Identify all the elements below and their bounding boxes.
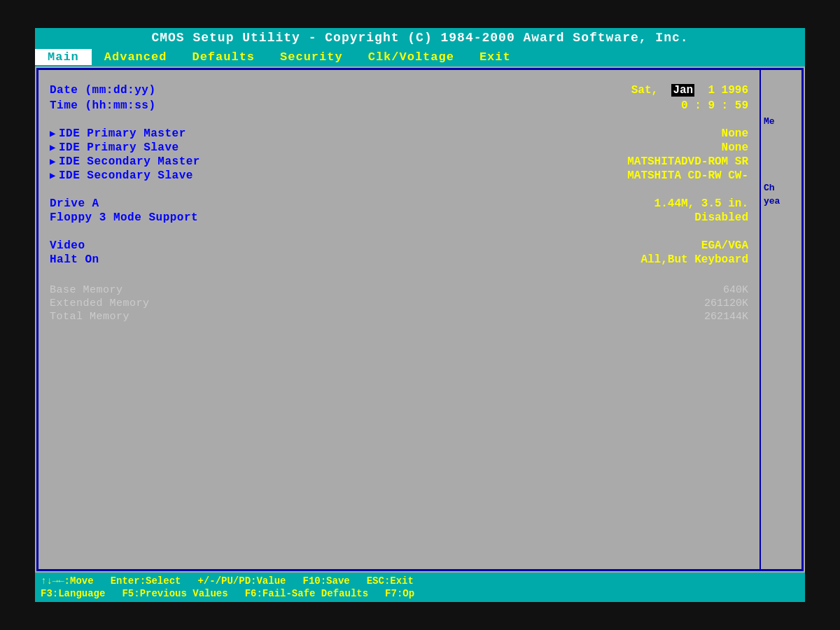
ide-primary-slave-label: ▶IDE Primary Slave bbox=[50, 141, 179, 154]
date-value: Sat, Jan 1 1996 bbox=[631, 84, 748, 97]
arrow-icon: ▶ bbox=[50, 156, 56, 167]
status-f10: F10:Save bbox=[302, 575, 349, 587]
floppy-3mode-value: Disabled bbox=[694, 211, 748, 224]
date-month-highlight: Jan bbox=[671, 84, 694, 97]
floppy-3mode-label: Floppy 3 Mode Support bbox=[50, 211, 198, 224]
status-f7: F7:Op bbox=[385, 588, 414, 599]
ide-secondary-master-value: MATSHITADVD-ROM SR bbox=[627, 155, 748, 168]
arrow-icon: ▶ bbox=[50, 170, 56, 181]
ide-secondary-master-label: ▶IDE Secondary Master bbox=[50, 155, 200, 168]
menu-item-clkvoltage[interactable]: Clk/Voltage bbox=[356, 49, 467, 65]
sidebar-text-yea: yea bbox=[764, 196, 799, 206]
base-memory-label: Base Memory bbox=[50, 284, 123, 296]
base-memory-value: 640K bbox=[723, 284, 748, 296]
left-panel: Date (mm:dd:yy) Sat, Jan 1 1996 Time (hh… bbox=[38, 70, 760, 569]
drive-a-row: Drive A 1.44M, 3.5 in. bbox=[50, 197, 748, 210]
status-move: ↑↓→←:Move bbox=[41, 575, 94, 587]
ide-secondary-slave-value: MATSHITA CD-RW CW- bbox=[627, 169, 748, 182]
video-label: Video bbox=[50, 239, 85, 252]
extended-memory-row: Extended Memory 261120K bbox=[50, 298, 748, 309]
drive-a-value: 1.44M, 3.5 in. bbox=[654, 197, 748, 210]
menu-bar: Main Advanced Defaults Security Clk/Volt… bbox=[35, 48, 805, 66]
arrow-icon: ▶ bbox=[50, 142, 56, 153]
status-f6: F6:Fail-Safe Defaults bbox=[245, 588, 368, 599]
drive-a-label: Drive A bbox=[50, 197, 99, 210]
ide-secondary-master-row: ▶IDE Secondary Master MATSHITADVD-ROM SR bbox=[50, 155, 748, 168]
halt-on-value: All,But Keyboard bbox=[640, 253, 748, 266]
status-bar: ↑↓→←:Move Enter:Select +/-/PU/PD:Value F… bbox=[35, 573, 805, 602]
sidebar-text-ch: Ch bbox=[764, 183, 799, 193]
ide-primary-master-label: ▶IDE Primary Master bbox=[50, 127, 186, 140]
date-label: Date (mm:dd:yy) bbox=[50, 84, 156, 97]
ide-primary-master-row: ▶IDE Primary Master None bbox=[50, 127, 748, 140]
video-value: EGA/VGA bbox=[701, 239, 748, 252]
total-memory-value: 262144K bbox=[704, 311, 748, 323]
status-line-1: ↑↓→←:Move Enter:Select +/-/PU/PD:Value F… bbox=[41, 575, 799, 587]
video-row: Video EGA/VGA bbox=[50, 239, 748, 252]
total-memory-label: Total Memory bbox=[50, 311, 130, 323]
title-text: CMOS Setup Utility - Copyright (C) 1984-… bbox=[151, 31, 688, 45]
status-line-2: F3:Language F5:Previous Values F6:Fail-S… bbox=[41, 588, 799, 599]
date-row: Date (mm:dd:yy) Sat, Jan 1 1996 bbox=[50, 84, 748, 97]
main-content: Date (mm:dd:yy) Sat, Jan 1 1996 Time (hh… bbox=[36, 68, 804, 571]
ide-primary-slave-value: None bbox=[722, 141, 748, 154]
extended-memory-label: Extended Memory bbox=[50, 298, 150, 309]
status-f5: F5:Previous Values bbox=[122, 588, 227, 599]
floppy-3mode-row: Floppy 3 Mode Support Disabled bbox=[50, 211, 748, 224]
right-sidebar: Me Ch yea bbox=[760, 70, 802, 569]
time-value: 0 : 9 : 59 bbox=[681, 99, 748, 112]
extended-memory-value: 261120K bbox=[704, 298, 748, 309]
base-memory-row: Base Memory 640K bbox=[50, 284, 748, 296]
menu-item-security[interactable]: Security bbox=[267, 49, 356, 65]
menu-item-defaults[interactable]: Defaults bbox=[179, 49, 267, 65]
status-f3: F3:Language bbox=[41, 588, 105, 599]
ide-secondary-slave-label: ▶IDE Secondary Slave bbox=[50, 169, 193, 182]
menu-item-exit[interactable]: Exit bbox=[467, 49, 524, 65]
ide-secondary-slave-row: ▶IDE Secondary Slave MATSHITA CD-RW CW- bbox=[50, 169, 748, 182]
title-bar: CMOS Setup Utility - Copyright (C) 1984-… bbox=[35, 28, 805, 48]
menu-item-advanced[interactable]: Advanced bbox=[92, 49, 180, 65]
halt-on-label: Halt On bbox=[50, 253, 99, 266]
status-enter: Enter:Select bbox=[111, 575, 181, 587]
status-esc: ESC:Exit bbox=[367, 575, 414, 587]
halt-on-row: Halt On All,But Keyboard bbox=[50, 253, 748, 266]
menu-item-main[interactable]: Main bbox=[35, 49, 92, 65]
ide-primary-slave-row: ▶IDE Primary Slave None bbox=[50, 141, 748, 154]
time-label: Time (hh:mm:ss) bbox=[50, 99, 156, 112]
status-value: +/-/PU/PD:Value bbox=[197, 575, 286, 587]
ide-primary-master-value: None bbox=[722, 127, 748, 140]
sidebar-text-me: Me bbox=[764, 116, 799, 127]
time-row: Time (hh:mm:ss) 0 : 9 : 59 bbox=[50, 99, 748, 112]
arrow-icon: ▶ bbox=[50, 128, 56, 139]
total-memory-row: Total Memory 262144K bbox=[50, 311, 748, 323]
